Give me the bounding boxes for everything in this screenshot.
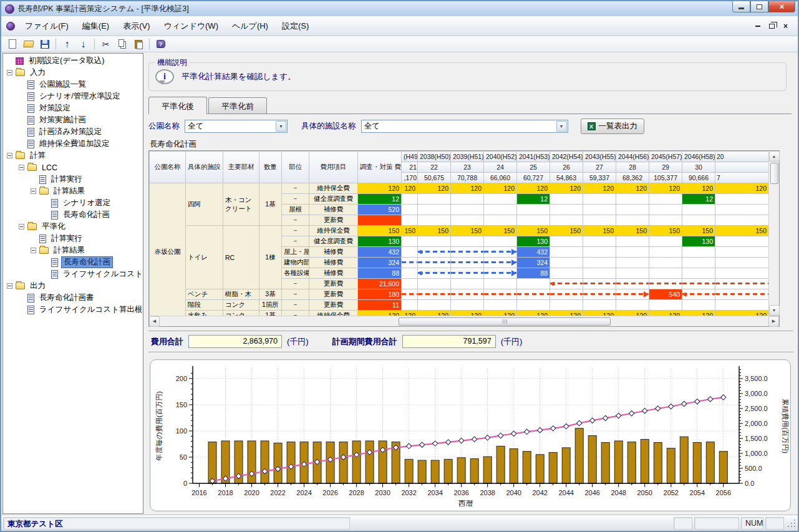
maximize-button[interactable] <box>750 1 768 12</box>
menu-編集(E)[interactable]: 編集(E) <box>75 17 116 35</box>
menu-ファイル(F)[interactable]: ファイル(F) <box>18 17 75 35</box>
year-cost-cell <box>682 300 715 311</box>
year-cost-cell <box>616 268 649 279</box>
mdi-app-icon <box>6 22 15 31</box>
separator <box>148 352 793 353</box>
chevron-down-icon[interactable]: ▼ <box>556 121 567 132</box>
tab-平準化後[interactable]: 平準化後 <box>148 97 207 114</box>
tree-item-計算[interactable]: 計算 <box>3 150 143 162</box>
tree-item-計算結果[interactable]: 計算結果 <box>3 185 143 197</box>
scroll-up-icon[interactable]: ▲ <box>769 151 780 162</box>
tree-item-入力[interactable]: 入力 <box>3 67 143 79</box>
year-seq-header: 26 <box>550 162 583 173</box>
chart-section: 0501001502000.0500.01,000.01,500.02,000.… <box>148 357 792 511</box>
year-cost-cell: 120 <box>616 311 649 316</box>
app-window: 長寿郎/PK 事業計画策定システム - [平準化検証3] × ファイル(F)編集… <box>0 0 799 532</box>
menu-表示(V)[interactable]: 表示(V) <box>116 17 157 35</box>
park-name-select[interactable]: 全て ▼ <box>185 120 288 133</box>
chevron-down-icon[interactable]: ▼ <box>276 121 286 132</box>
tree-item-計算実行[interactable]: 計算実行 <box>3 173 143 185</box>
grid-horizontal-scrollbar[interactable]: ◀ ▶ <box>149 316 779 326</box>
table-row[interactable]: トイレRC1棟－維持保全費150150150150150150150150150… <box>150 226 769 236</box>
svg-text:2018: 2018 <box>218 489 233 496</box>
horizontal-scroll-thumb[interactable] <box>399 317 611 326</box>
minimize-button[interactable] <box>732 1 750 12</box>
copy-icon <box>119 39 124 47</box>
menu-ヘルプ(H)[interactable]: ヘルプ(H) <box>225 17 275 35</box>
menu-設定(S)[interactable]: 設定(S) <box>275 17 316 35</box>
collapse-icon[interactable] <box>19 224 24 230</box>
tree-item-計画済み対策設定[interactable]: 計画済み対策設定 <box>3 126 143 138</box>
collapse-icon[interactable] <box>7 283 12 289</box>
new-document-button[interactable] <box>5 37 19 51</box>
collapse-icon[interactable] <box>7 70 12 75</box>
cost-item-cell: 健全度調査費 <box>309 194 358 205</box>
help-button[interactable]: ? <box>153 37 168 51</box>
collapse-icon[interactable] <box>31 188 36 194</box>
move-up-button[interactable]: ↑ <box>60 37 74 51</box>
tree-item-初期設定(データ取込)[interactable]: 初期設定(データ取込) <box>3 55 143 67</box>
year-cost-cell: 150 <box>550 226 583 236</box>
tree-item-対策設定[interactable]: 対策設定 <box>3 102 143 114</box>
data-grid[interactable]: 公園名称具体的施設 名称主要部材数量部位費用項目調査・対策 費用(千円)(H49… <box>149 151 768 316</box>
facility-name-select[interactable]: 全て ▼ <box>361 120 568 133</box>
tree-item-シナリオ選定[interactable]: シナリオ選定 <box>3 197 143 209</box>
cost-total-unit: (千円) <box>287 336 309 347</box>
cut-button[interactable]: ✂ <box>99 37 113 51</box>
scroll-left-icon[interactable]: ◀ <box>149 316 160 327</box>
menu-ウィンドウ(W)[interactable]: ウィンドウ(W) <box>157 17 225 35</box>
tree-item-長寿命化計画書[interactable]: 長寿命化計画書 <box>3 292 143 304</box>
table-row[interactable]: 階段コンク1箇所－更新費11 <box>150 300 769 311</box>
collapse-icon[interactable] <box>7 153 12 158</box>
grid-vertical-scrollbar[interactable]: ▲ ▼ <box>768 151 779 316</box>
table-row[interactable]: ベンチ樹脂・木3基－更新費180540 <box>150 289 769 300</box>
scroll-down-icon[interactable]: ▼ <box>769 305 780 316</box>
survey-cost-cell: 120 <box>358 311 402 316</box>
tree-item-シナリオ/管理水準設定[interactable]: シナリオ/管理水準設定 <box>3 90 143 102</box>
close-button[interactable]: × <box>768 1 795 12</box>
collapse-icon[interactable] <box>19 165 24 170</box>
mdi-minimize-button[interactable] <box>755 26 760 27</box>
info-icon: i <box>155 69 174 84</box>
table-row[interactable]: 赤坂公園四阿木・コンクリート1基－維持保全費120120120120120120… <box>150 183 769 194</box>
survey-cost-cell: 130 <box>358 236 402 247</box>
year-seq-header: 27 <box>583 162 616 173</box>
move-down-button[interactable]: ↓ <box>76 37 90 51</box>
tree-item-対策実施計画[interactable]: 対策実施計画 <box>3 114 143 126</box>
export-list-button[interactable]: X 一覧表出力 <box>581 118 645 134</box>
scroll-right-icon[interactable]: ▶ <box>768 316 779 327</box>
mdi-close-button[interactable]: × <box>783 22 788 30</box>
svg-text:2048: 2048 <box>611 489 626 496</box>
status-bar: 東京都テスト区 NUM <box>1 515 798 531</box>
tab-平準化前[interactable]: 平準化前 <box>208 97 267 114</box>
year-cost-cell <box>402 215 418 226</box>
save-button[interactable] <box>37 37 52 51</box>
svg-text:50: 50 <box>180 453 187 461</box>
collapse-icon[interactable] <box>31 248 36 253</box>
status-region-text: 東京都テスト区 <box>3 517 350 530</box>
table-row[interactable]: 水飲みコンク1基－維持保全費12012012012012012012012012… <box>150 311 769 316</box>
open-folder-button[interactable] <box>21 37 36 51</box>
tree-item-計算結果[interactable]: 計算結果 <box>3 244 143 256</box>
help-icon: ? <box>157 40 165 48</box>
year-cost-cell: 120 <box>418 183 451 194</box>
tree-item-長寿命化計画[interactable]: 長寿命化計画 <box>3 209 143 221</box>
year-cost-cell <box>649 258 682 268</box>
tree-item-ライフサイクルコスト算出根拠[interactable]: ライフサイクルコスト算出根拠 <box>3 304 143 316</box>
doc-icon <box>39 175 46 184</box>
tree-item-平準化[interactable]: 平準化 <box>3 221 143 233</box>
copy-button[interactable] <box>115 37 129 51</box>
tree-item-長寿命化計画[interactable]: 長寿命化計画 <box>3 256 143 268</box>
resize-grip-icon[interactable] <box>787 519 796 528</box>
tree-item-計算実行[interactable]: 計算実行 <box>3 233 143 244</box>
tree-item-LCC[interactable]: LCC <box>3 162 143 173</box>
tree-item-維持保全費追加設定[interactable]: 維持保全費追加設定 <box>3 138 143 150</box>
paste-button[interactable] <box>131 37 145 51</box>
mdi-restore-button[interactable] <box>769 24 775 29</box>
vertical-scroll-thumb[interactable] <box>770 163 778 184</box>
year-header: 2040(H52) <box>484 152 517 162</box>
tree-item-公園施設一覧[interactable]: 公園施設一覧 <box>3 79 143 90</box>
status-spacer <box>352 517 672 530</box>
tree-item-ライフサイクルコスト[interactable]: ライフサイクルコスト <box>3 268 143 280</box>
tree-item-出力[interactable]: 出力 <box>3 280 143 292</box>
